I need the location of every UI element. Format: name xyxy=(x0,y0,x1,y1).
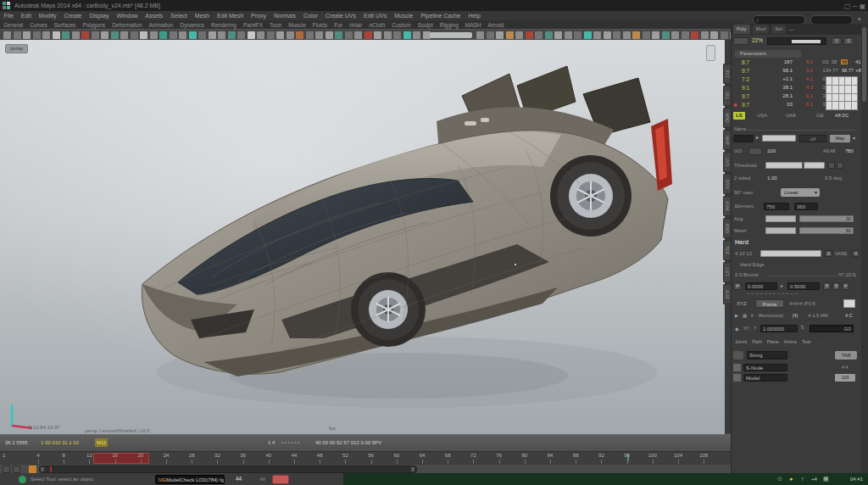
matrix-cell[interactable] xyxy=(839,86,844,93)
shelf-icon[interactable] xyxy=(150,31,158,39)
vertical-tab-dyn[interactable]: DYN xyxy=(723,174,731,194)
shelf-icon[interactable] xyxy=(545,31,553,39)
shelf-icon[interactable] xyxy=(721,31,728,39)
shelf-icon[interactable] xyxy=(710,31,718,39)
element-field-1[interactable]: 750 xyxy=(764,203,789,210)
shelf-icon[interactable] xyxy=(33,31,41,39)
panel-bottom-tab-path[interactable]: Path xyxy=(752,339,761,344)
menu-create[interactable]: Create xyxy=(60,13,86,19)
attr-value-gray[interactable]: 13 xyxy=(816,68,828,73)
playback-values[interactable]: 40 00 00 52 57 012 0.00 5PV xyxy=(315,440,381,445)
minmax-btn-1[interactable]: 8 xyxy=(823,282,831,290)
play-icon[interactable]: ▶ xyxy=(735,313,738,318)
shelf-tab-general[interactable]: General xyxy=(0,22,26,28)
shelf-icon[interactable] xyxy=(42,31,50,39)
shelf-tab-fur[interactable]: Fur xyxy=(331,22,346,28)
tray-grid-icon[interactable]: ▦ xyxy=(823,476,829,482)
shelf-icon[interactable] xyxy=(198,31,206,39)
vertical-tab-aux[interactable]: AUX xyxy=(723,284,731,304)
shelf-icon[interactable] xyxy=(23,31,31,39)
viewport-3d[interactable]: persp R 12.84 14.37 persp | smoothShaded… xyxy=(0,40,725,434)
shelf-icon[interactable] xyxy=(691,31,698,39)
map-dropdown-icon[interactable]: ▾ xyxy=(853,135,855,141)
menu-help[interactable]: Help xyxy=(465,13,484,19)
ls-item-2[interactable]: UA8 xyxy=(786,113,796,118)
shelf-icon[interactable] xyxy=(374,31,381,39)
playback-dots[interactable]: ▪ ▪ ▪ ▪ ▪ ▪ xyxy=(281,440,299,445)
shelf-icon[interactable] xyxy=(701,31,709,39)
minmax-icon-button[interactable]: # xyxy=(733,282,742,290)
attr-value-gray[interactable]: 03 xyxy=(816,59,828,64)
shelf-icon[interactable] xyxy=(393,31,401,39)
vertical-tab-uvs[interactable]: UVS xyxy=(723,152,731,172)
shelf-tab-muscle[interactable]: Muscle xyxy=(285,22,309,28)
shelf-icon[interactable] xyxy=(326,31,333,39)
shelf-icon[interactable] xyxy=(671,31,679,39)
command-line-input[interactable]: MEModelCheck LOD(784) fg xyxy=(155,475,225,484)
shelf-icon[interactable] xyxy=(189,31,197,39)
tray-network-icon[interactable]: ⊙ xyxy=(777,476,782,482)
attr-value-red[interactable]: 4.3 xyxy=(798,85,813,90)
element-field-2[interactable]: 360 xyxy=(794,203,818,210)
menu-edit-mesh[interactable]: Edit Mesh xyxy=(213,13,247,19)
shelf-icon[interactable] xyxy=(237,31,245,39)
matrix-cell[interactable] xyxy=(839,94,844,102)
shelf-icon[interactable] xyxy=(3,31,11,39)
shelf-icon[interactable] xyxy=(140,31,147,39)
shelf-icon[interactable] xyxy=(413,31,420,39)
shelf-icon[interactable] xyxy=(384,31,392,39)
shelf-tab-polygons[interactable]: Polygons xyxy=(79,22,108,28)
menu-modify[interactable]: Modify xyxy=(35,13,60,19)
shelf-icon[interactable] xyxy=(604,31,611,39)
shelf-icon[interactable] xyxy=(345,31,353,39)
max-field[interactable]: 0.5000 xyxy=(787,282,820,290)
shelf-tab-ncloth[interactable]: nCloth xyxy=(365,22,388,28)
menu-file[interactable]: File xyxy=(0,13,17,19)
matrix-cell[interactable] xyxy=(845,86,850,93)
range-handle-right[interactable] xyxy=(411,467,415,471)
scale-field[interactable]: 1.000000 xyxy=(760,325,798,332)
viewport-camera-label[interactable]: persp xyxy=(5,44,28,53)
shelf-icon[interactable] xyxy=(515,31,523,39)
menu-mesh[interactable]: Mesh xyxy=(191,13,213,19)
menu-edit-uvs[interactable]: Edit UVs xyxy=(359,13,390,19)
shelf-tab-curves[interactable]: Curves xyxy=(26,22,51,28)
attr-value-red[interactable]: 4.1 xyxy=(798,68,813,73)
viewcube-icon[interactable] xyxy=(706,45,715,61)
menu-assets[interactable]: Assets xyxy=(142,13,167,19)
panel-tab-poly[interactable]: Poly xyxy=(733,25,750,34)
menu-proxy[interactable]: Proxy xyxy=(248,13,270,19)
shelf-icon[interactable] xyxy=(287,31,294,39)
threshold-btn-2[interactable] xyxy=(837,162,843,169)
mode-chip[interactable]: M11 xyxy=(95,438,108,447)
minmax-btn-2[interactable]: 8 xyxy=(832,282,840,290)
shelf-icon[interactable] xyxy=(554,31,562,39)
range-button-1[interactable] xyxy=(3,465,10,473)
menu-create-uvs[interactable]: Create UVs xyxy=(321,13,359,19)
shelf-icon[interactable] xyxy=(682,31,689,39)
min-field[interactable]: 0.0000 xyxy=(745,282,777,290)
shelf-icon[interactable] xyxy=(62,31,70,39)
attr-value-red[interactable]: 8.1 xyxy=(798,102,813,107)
vertical-tab-map[interactable]: MAP xyxy=(723,130,731,150)
shelf-icon[interactable] xyxy=(364,31,372,39)
shelf-icon[interactable] xyxy=(53,31,60,39)
shelf-icon[interactable] xyxy=(120,31,128,39)
section-header[interactable]: Parameters xyxy=(735,50,801,58)
progress-track[interactable] xyxy=(767,37,826,45)
playback-left[interactable]: 1 4 xyxy=(268,440,275,445)
range-handle-left[interactable] xyxy=(41,467,44,471)
attr-value-red[interactable]: 8.1 xyxy=(798,59,813,64)
frame-range-values[interactable]: 1 00 010 31 1 02 xyxy=(41,440,79,445)
shelf-icon[interactable] xyxy=(159,31,167,39)
shelf-tab-sculpt[interactable]: Sculpt xyxy=(415,22,437,28)
shelf-icon[interactable] xyxy=(565,31,572,39)
panel-bottom-tab-joints[interactable]: Joints xyxy=(735,339,747,344)
shelf-icon[interactable] xyxy=(276,31,284,39)
shelf-icon[interactable] xyxy=(306,31,314,39)
attr-value[interactable]: 187 xyxy=(771,59,793,64)
shelf-tab-fluids[interactable]: Fluids xyxy=(309,22,331,28)
shelf-tab-surfaces[interactable]: Surfaces xyxy=(51,22,80,28)
tray-warning-icon[interactable]: ● xyxy=(789,476,793,482)
panel-mini-button[interactable] xyxy=(733,37,748,45)
